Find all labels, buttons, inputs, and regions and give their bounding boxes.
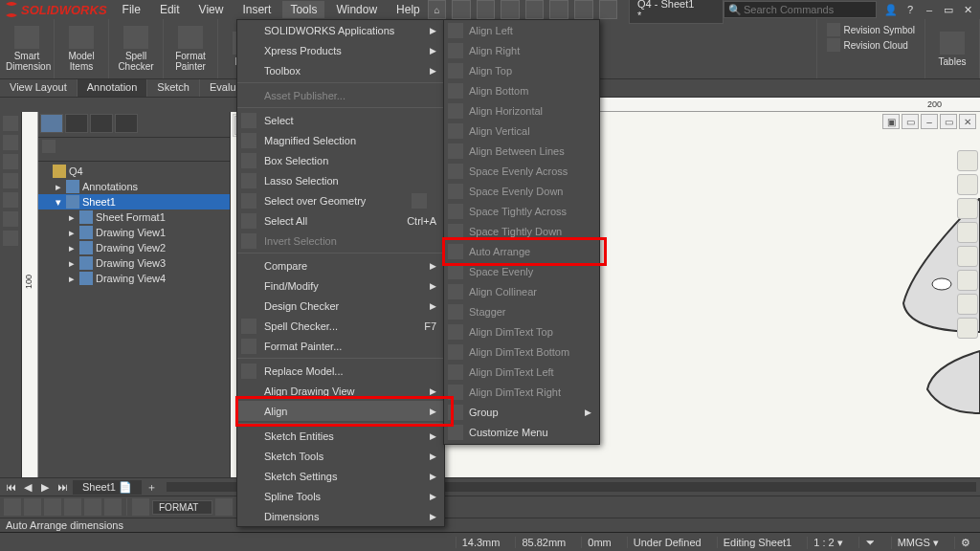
layers-icon[interactable] (84, 498, 101, 516)
menu-item-align-drawing-view[interactable]: Align Drawing View▶ (237, 381, 444, 401)
hide-layers-icon[interactable] (104, 498, 122, 516)
tree-item[interactable]: ▸Drawing View3 (38, 255, 230, 271)
align-item-align-collinear[interactable]: Align Collinear (444, 281, 599, 301)
doc-restore-button[interactable]: ▭ (902, 114, 919, 129)
layer-icon[interactable] (4, 498, 21, 516)
line-color-icon[interactable] (44, 498, 61, 516)
menu-file[interactable]: File (115, 1, 148, 18)
tree-item[interactable]: ▾Sheet1 (38, 194, 230, 209)
ribbon-button[interactable]: Smart Dimension (6, 26, 48, 72)
menu-item-xpress-products[interactable]: Xpress Products▶ (237, 40, 444, 60)
open-icon[interactable] (477, 0, 496, 19)
filter-icon[interactable] (42, 140, 56, 153)
tool-icon[interactable] (3, 192, 18, 208)
search-input[interactable] (742, 3, 872, 16)
status-units[interactable]: MMGS ▾ (891, 537, 945, 549)
align-item-space-tightly-across[interactable]: Space Tightly Across (444, 201, 599, 221)
tool-icon[interactable] (3, 135, 18, 150)
tree-item[interactable]: ▸Drawing View4 (38, 271, 230, 286)
menu-item-design-checker[interactable]: Design Checker▶ (237, 296, 444, 316)
menu-item-sketch-settings[interactable]: Sketch Settings▶ (237, 466, 444, 486)
ribbon-tab[interactable]: Annotation (78, 79, 148, 97)
tool-icon[interactable] (3, 231, 18, 246)
appearance-icon[interactable] (957, 294, 978, 315)
doc-minimize-button[interactable]: – (921, 114, 938, 129)
settings-icon[interactable] (599, 0, 618, 19)
align-item-space-evenly[interactable]: Space Evenly (444, 261, 599, 281)
menu-item-compare[interactable]: Compare▶ (237, 255, 444, 276)
ribbon-tab[interactable]: View Layout (0, 79, 78, 97)
menu-window[interactable]: Window (328, 1, 385, 18)
tool-icon[interactable] (3, 116, 18, 131)
tree-root[interactable]: Q4 (38, 164, 230, 179)
ribbon-button[interactable]: Model Items (60, 26, 102, 72)
status-custom[interactable]: ⏷ (858, 537, 881, 548)
status-scale[interactable]: 1 : 2 ▾ (807, 537, 848, 549)
doc-close-button[interactable]: ✕ (959, 114, 976, 129)
doc-maximize-button[interactable]: ▭ (940, 114, 957, 129)
align-item-align-right[interactable]: Align Right (444, 40, 599, 60)
align-item-stagger[interactable]: Stagger (444, 301, 599, 321)
maximize-button[interactable]: ▭ (940, 2, 957, 17)
menu-insert[interactable]: Insert (234, 1, 278, 18)
rebuild-icon[interactable] (549, 0, 568, 19)
options-icon[interactable] (574, 0, 593, 19)
menu-item-select-all[interactable]: Select AllCtrl+A (237, 210, 444, 231)
dimxpert-tab[interactable] (115, 114, 138, 133)
align-item-align-top[interactable]: Align Top (444, 60, 599, 80)
last-sheet-button[interactable]: ⏭ (56, 480, 69, 494)
menu-item-replace-model-[interactable]: Replace Model... (237, 361, 444, 381)
menu-edit[interactable]: Edit (152, 1, 188, 18)
align-item-align-vertical[interactable]: Align Vertical (444, 121, 599, 141)
menu-item-spline-tools[interactable]: Spline Tools▶ (237, 486, 444, 506)
home-icon[interactable]: ⌂ (428, 0, 447, 19)
print-icon[interactable] (525, 0, 545, 19)
align-item-align-dimtext-top[interactable]: Align DimText Top (444, 321, 599, 342)
menu-item-box-selection[interactable]: Box Selection (237, 150, 444, 170)
align-item-space-tightly-down[interactable]: Space Tightly Down (444, 221, 599, 241)
tree-item[interactable]: ▸Sheet Format1 (38, 209, 230, 225)
align-item-auto-arrange[interactable]: Auto Arrange (444, 241, 599, 261)
align-item-align-dimtext-right[interactable]: Align DimText Right (444, 382, 599, 402)
align-item-customize-menu[interactable]: Customize Menu (444, 422, 599, 442)
ribbon-tab[interactable]: Sketch (147, 79, 200, 97)
prev-sheet-button[interactable]: ◀ (21, 480, 34, 494)
menu-item-format-painter-[interactable]: Format Painter... (237, 336, 444, 356)
align-item-align-left[interactable]: Align Left (444, 20, 599, 40)
section-icon[interactable] (957, 222, 978, 243)
menu-help[interactable]: Help (389, 1, 428, 18)
align-item-align-between-lines[interactable]: Align Between Lines (444, 141, 599, 161)
tree-item[interactable]: ▸Annotations (38, 179, 230, 194)
menu-item-magnified-selection[interactable]: Magnified Selection (237, 130, 444, 150)
ribbon-button[interactable]: Spell Checker (115, 26, 157, 72)
line-weight-icon[interactable] (64, 498, 81, 516)
align-item-group[interactable]: Group▶ (444, 402, 599, 422)
menu-tools[interactable]: Tools (282, 1, 324, 18)
minimize-button[interactable]: – (921, 2, 938, 17)
close-button[interactable]: ✕ (959, 2, 976, 17)
menu-item-toolbox[interactable]: Toolbox▶ (237, 60, 444, 80)
tables-button[interactable]: Tables (931, 32, 973, 67)
sheet-tab[interactable]: Sheet1 📄 (73, 480, 142, 495)
ribbon-small-button[interactable]: Revision Symbol (827, 23, 915, 36)
align-item-align-bottom[interactable]: Align Bottom (444, 80, 599, 100)
menu-view[interactable]: View (191, 1, 232, 18)
tree-item[interactable]: ▸Drawing View2 (38, 240, 230, 255)
more-icon[interactable] (215, 498, 233, 516)
next-sheet-button[interactable]: ▶ (38, 480, 52, 494)
tool-icon[interactable] (3, 211, 18, 227)
new-icon[interactable] (452, 0, 471, 19)
ribbon-small-button[interactable]: Revision Cloud (827, 38, 915, 52)
align-item-align-horizontal[interactable]: Align Horizontal (444, 100, 599, 121)
menu-item-select[interactable]: Select (237, 110, 444, 130)
previous-view-icon[interactable] (957, 198, 978, 219)
align-item-align-dimtext-bottom[interactable]: Align DimText Bottom (444, 342, 599, 362)
property-manager-tab[interactable] (65, 114, 88, 133)
tree-item[interactable]: ▸Drawing View1 (38, 225, 230, 240)
align-item-space-evenly-across[interactable]: Space Evenly Across (444, 161, 599, 181)
hide-show-icon[interactable] (957, 270, 978, 291)
tool-icon[interactable] (3, 154, 18, 169)
save-icon[interactable] (501, 0, 520, 19)
add-sheet-button[interactable]: ＋ (145, 480, 159, 494)
tool-icon[interactable] (3, 173, 18, 188)
